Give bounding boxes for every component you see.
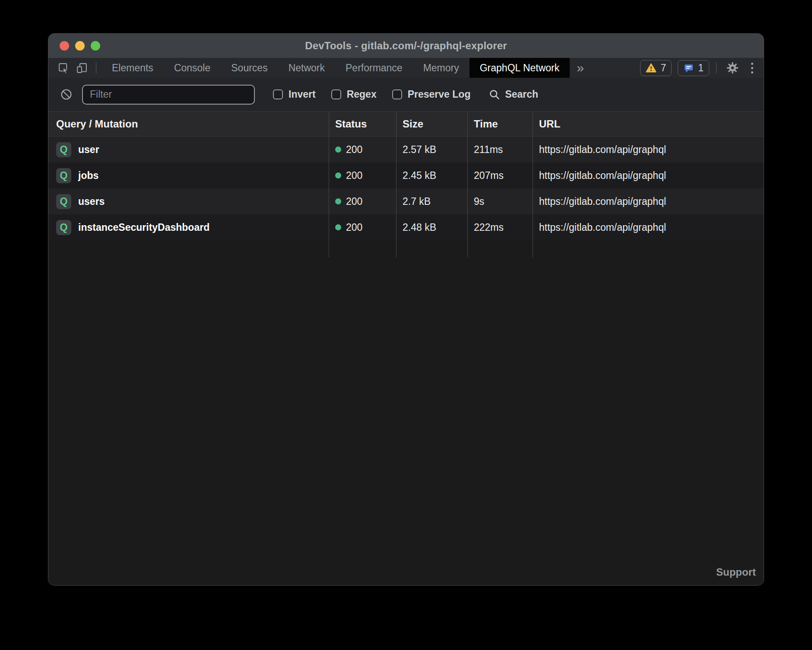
table-row[interactable]: Q users 200 2.7 kB 9s https://gitlab.com… — [48, 188, 764, 214]
query-type-icon: Q — [56, 168, 71, 183]
query-type-icon: Q — [56, 194, 71, 209]
time-value: 211ms — [467, 137, 533, 162]
status-code: 200 — [346, 170, 362, 182]
query-type-icon: Q — [56, 142, 71, 157]
warning-icon — [646, 63, 657, 73]
tab-sources[interactable]: Sources — [221, 58, 278, 78]
devtools-window: DevTools - gitlab.com/-/graphql-explorer… — [48, 34, 764, 585]
column-header-time: Time — [467, 112, 533, 136]
time-value: 207ms — [467, 162, 533, 188]
panel-body: Support — [48, 258, 764, 585]
column-header-size: Size — [396, 112, 467, 136]
toolbar-separator — [716, 62, 717, 73]
query-name: user — [78, 144, 99, 156]
toolbar-right-group: 7 1 — [640, 58, 764, 78]
kebab-menu-icon[interactable] — [748, 63, 757, 73]
window-title: DevTools - gitlab.com/-/graphql-explorer — [305, 40, 507, 52]
column-divider-extension — [48, 240, 764, 258]
issues-count: 1 — [698, 62, 704, 74]
tab-console[interactable]: Console — [164, 58, 221, 78]
tab-elements[interactable]: Elements — [102, 58, 164, 78]
traffic-lights — [60, 34, 100, 58]
minimize-button[interactable] — [75, 41, 85, 51]
table-row[interactable]: Q jobs 200 2.45 kB 207ms https://gitlab.… — [48, 162, 764, 188]
status-ok-dot — [335, 172, 341, 178]
invert-checkbox[interactable] — [273, 89, 283, 99]
issues-badge[interactable]: 1 — [678, 60, 709, 76]
status-code: 200 — [346, 144, 362, 156]
query-name: instanceSecurityDashboard — [78, 222, 209, 233]
message-icon — [683, 63, 694, 73]
invert-label: Invert — [289, 89, 316, 100]
more-tabs-icon[interactable]: » — [570, 58, 591, 78]
filter-bar: Invert Regex Preserve Log Search — [48, 78, 764, 112]
size-value: 2.7 kB — [396, 188, 467, 214]
status-ok-dot — [335, 147, 341, 153]
time-value: 222ms — [467, 214, 533, 240]
tab-network[interactable]: Network — [278, 58, 335, 78]
size-value: 2.57 kB — [396, 137, 467, 162]
url-value: https://gitlab.com/api/graphql — [533, 137, 764, 162]
status-code: 200 — [346, 196, 362, 207]
url-value: https://gitlab.com/api/graphql — [533, 162, 764, 188]
preserve-log-checkbox-group[interactable]: Preserve Log — [392, 89, 471, 100]
status-ok-dot — [335, 198, 341, 204]
table-row[interactable]: Q instanceSecurityDashboard 200 2.48 kB … — [48, 214, 764, 240]
size-value: 2.45 kB — [396, 162, 467, 188]
preserve-log-checkbox[interactable] — [392, 89, 402, 99]
status-code: 200 — [346, 222, 362, 233]
warnings-count: 7 — [660, 62, 666, 74]
url-value: https://gitlab.com/api/graphql — [533, 214, 764, 240]
zoom-button[interactable] — [91, 41, 100, 51]
status-ok-dot — [335, 224, 341, 230]
column-header-status: Status — [329, 112, 396, 136]
invert-checkbox-group[interactable]: Invert — [273, 89, 316, 100]
tab-performance[interactable]: Performance — [335, 58, 413, 78]
search-label: Search — [505, 89, 538, 100]
query-type-icon: Q — [56, 220, 71, 235]
inspect-element-icon[interactable] — [54, 58, 73, 78]
query-name: jobs — [78, 170, 98, 182]
titlebar: DevTools - gitlab.com/-/graphql-explorer — [48, 34, 764, 58]
url-value: https://gitlab.com/api/graphql — [533, 188, 764, 214]
regex-label: Regex — [347, 89, 377, 100]
device-toolbar-icon[interactable] — [73, 58, 91, 78]
search-icon — [488, 89, 500, 100]
column-header-url: URL — [533, 112, 764, 136]
support-link[interactable]: Support — [716, 566, 756, 578]
toolbar-separator — [96, 62, 96, 73]
devtools-toolbar: Elements Console Sources Network Perform… — [48, 58, 764, 78]
table-header: Query / Mutation Status Size Time URL — [48, 112, 764, 137]
column-header-query: Query / Mutation — [48, 112, 329, 136]
clear-log-icon[interactable] — [57, 88, 75, 101]
settings-gear-icon[interactable] — [723, 61, 742, 74]
filter-input[interactable] — [82, 85, 255, 105]
query-name: users — [78, 196, 105, 207]
search-button[interactable]: Search — [488, 89, 538, 100]
preserve-log-label: Preserve Log — [408, 89, 471, 100]
close-button[interactable] — [60, 41, 69, 51]
time-value: 9s — [467, 188, 533, 214]
table-row[interactable]: Q user 200 2.57 kB 211ms https://gitlab.… — [48, 137, 764, 162]
warnings-badge[interactable]: 7 — [640, 60, 672, 76]
regex-checkbox[interactable] — [331, 89, 341, 99]
tab-graphql-network[interactable]: GraphQL Network — [469, 58, 570, 78]
tab-memory[interactable]: Memory — [413, 58, 469, 78]
size-value: 2.48 kB — [396, 214, 467, 240]
regex-checkbox-group[interactable]: Regex — [331, 89, 377, 100]
